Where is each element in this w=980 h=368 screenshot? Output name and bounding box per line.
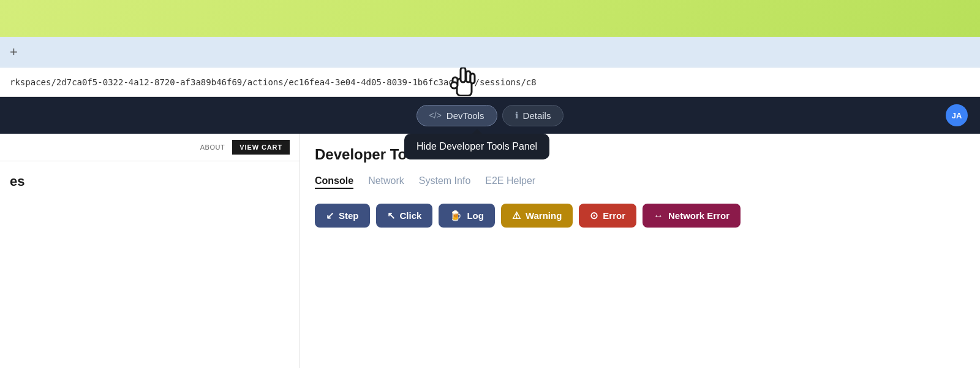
tab-network[interactable]: Network [368, 175, 404, 189]
devtools-tabs: Console Network System Info E2E Helper [315, 175, 965, 189]
avatar: JA [946, 104, 968, 126]
url-text: rkspaces/2d7ca0f5-0322-4a12-8720-af3a89b… [10, 77, 537, 87]
url-bar-area: rkspaces/2d7ca0f5-0322-4a12-8720-af3a89b… [0, 67, 980, 97]
site-heading: es [10, 174, 290, 190]
log-label: Log [467, 210, 484, 221]
network-error-icon: ↔ [654, 210, 663, 221]
browser-chrome: + [0, 37, 980, 67]
filter-network-error-button[interactable]: ↔ Network Error [643, 204, 741, 228]
filter-step-button[interactable]: ↙ Step [315, 204, 370, 228]
tab-console[interactable]: Console [315, 175, 353, 189]
info-icon: ℹ [515, 110, 518, 120]
view-cart-button[interactable]: VIEW CART [232, 140, 290, 155]
app-header: </> DevTools ℹ Details JA Hide Developer… [0, 97, 980, 134]
log-icon: 🍺 [450, 210, 462, 221]
tab-e2e-helper[interactable]: E2E Helper [485, 175, 535, 189]
details-button[interactable]: ℹ Details [502, 105, 564, 126]
top-green-bar [0, 0, 980, 37]
warning-icon: ⚠ [512, 210, 521, 221]
click-icon: ↖ [387, 210, 395, 221]
filter-warning-button[interactable]: ⚠ Warning [501, 204, 573, 228]
about-link[interactable]: ABOUT [200, 144, 225, 151]
step-label: Step [339, 210, 359, 221]
step-icon: ↙ [326, 210, 334, 221]
error-label: Error [603, 210, 625, 221]
click-label: Click [400, 210, 422, 221]
filter-buttons: ↙ Step ↖ Click 🍺 Log ⚠ Warning ⊙ Error ↔ [315, 204, 965, 228]
right-pane: Developer Tools Console Network System I… [300, 134, 980, 368]
error-icon: ⊙ [590, 210, 598, 221]
details-btn-label: Details [523, 110, 551, 121]
filter-log-button[interactable]: 🍺 Log [439, 204, 495, 228]
site-content: es [0, 161, 300, 202]
devtools-btn-label: DevTools [447, 110, 484, 121]
new-tab-button[interactable]: + [10, 45, 18, 59]
devtools-button[interactable]: </> DevTools [417, 105, 497, 126]
network-error-label: Network Error [668, 210, 729, 221]
tab-system-info[interactable]: System Info [419, 175, 470, 189]
warning-label: Warning [526, 210, 562, 221]
code-icon: </> [429, 110, 442, 120]
header-btn-group: </> DevTools ℹ Details [417, 105, 564, 126]
filter-error-button[interactable]: ⊙ Error [579, 204, 636, 228]
tooltip: Hide Developer Tools Panel [404, 134, 549, 159]
left-pane: ABOUT VIEW CART es [0, 134, 300, 368]
site-nav: ABOUT VIEW CART [0, 134, 300, 161]
main-content: ABOUT VIEW CART es Developer Tools Conso… [0, 134, 980, 368]
filter-click-button[interactable]: ↖ Click [376, 204, 433, 228]
